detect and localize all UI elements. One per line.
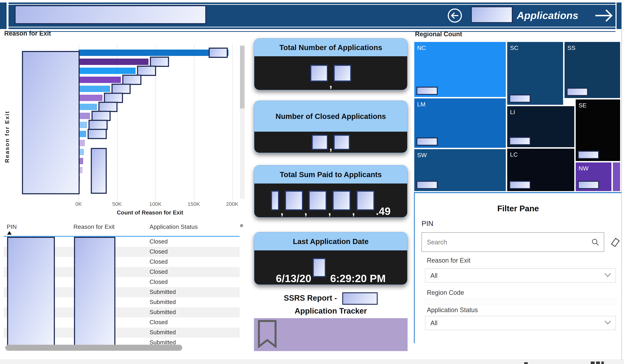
bar[interactable] — [78, 104, 97, 110]
ssrs-report-label-line1: SSRS Report - — [254, 292, 408, 305]
redacted-tile-value — [416, 87, 438, 95]
redacted-kpi-digits — [312, 135, 328, 150]
dropdown-value: All — [430, 272, 438, 279]
kpi-card: Total Number of Applications, — [254, 38, 408, 90]
redacted-header-box — [471, 6, 513, 23]
bar[interactable] — [78, 50, 229, 56]
application-status-cell: Submitted — [150, 289, 176, 295]
kpi-text-segment: 6:29:20 PM — [327, 272, 386, 285]
treemap-tile-LC[interactable]: LC — [507, 149, 574, 191]
filter-region-label: Region Code — [427, 289, 464, 296]
treemap-tile-NC[interactable]: NC — [414, 42, 506, 97]
application-status-cell: Submitted — [150, 329, 176, 336]
bar[interactable] — [78, 122, 87, 128]
kpi-text-segment: , — [281, 205, 284, 217]
bar[interactable] — [78, 113, 90, 119]
treemap-tile-SS[interactable]: SS — [565, 42, 620, 98]
header-navy-underline — [8, 31, 616, 32]
bar[interactable] — [78, 59, 149, 65]
treemap-tile-LM[interactable]: LM — [414, 98, 506, 148]
search-input[interactable] — [426, 233, 583, 252]
kpi-value: ,,,,.49 — [254, 183, 407, 217]
application-status-dropdown[interactable]: All — [425, 316, 616, 330]
treemap-tile-SC[interactable]: SC — [507, 42, 563, 105]
kpi-title: Last Application Date — [254, 232, 407, 250]
region-code-dropdown[interactable] — [425, 299, 616, 305]
cropped-glyph — [601, 362, 604, 364]
filter-pane: Filter Pane PIN Reason for Exit All Regi… — [414, 192, 622, 343]
redacted-tile-value — [578, 151, 599, 159]
chart-scrollbar-thumb[interactable] — [240, 46, 245, 108]
table-header-reason[interactable]: Reason for Exit — [74, 223, 114, 230]
bookmark-button[interactable] — [254, 318, 408, 351]
table-header-status[interactable]: Application Status — [150, 223, 198, 230]
pin-search-box[interactable] — [421, 232, 604, 252]
redacted-pin-column — [7, 237, 55, 346]
back-button[interactable] — [447, 8, 462, 23]
reason-for-exit-dropdown[interactable]: All — [425, 268, 616, 283]
table-header-pin[interactable]: PIN — [7, 223, 17, 230]
bar[interactable] — [78, 77, 121, 83]
kpi-text-segment: , — [329, 78, 332, 90]
redacted-value-label — [137, 66, 156, 76]
redacted-value-label — [88, 129, 107, 139]
chart-vertical-scrollbar[interactable] — [240, 45, 245, 199]
redacted-kpi-digits — [309, 191, 327, 210]
treemap-tile-label: SC — [510, 44, 518, 51]
bottom-status-strip — [0, 360, 624, 364]
kpi-text-segment: , — [328, 205, 331, 217]
filter-pin-label: PIN — [421, 220, 433, 228]
treemap-tile-sliver[interactable] — [613, 162, 620, 191]
ssrs-prefix: SSRS Report - — [284, 294, 337, 302]
arrow-right-icon — [595, 8, 613, 23]
redacted-header-logo — [15, 5, 206, 24]
treemap-tile-NW[interactable]: NW — [576, 162, 611, 191]
page-right-border — [621, 29, 622, 360]
treemap-tile-label: NC — [417, 44, 426, 51]
kpi-title: Total Sum Paid to Applicants — [254, 165, 407, 183]
bar[interactable] — [78, 68, 135, 74]
forward-button[interactable] — [595, 8, 613, 23]
redacted-tile-value — [416, 181, 438, 189]
redacted-kpi-digits — [334, 135, 350, 150]
treemap-tile-label: LI — [510, 109, 515, 116]
treemap-tile-LI[interactable]: LI — [507, 106, 574, 147]
treemap-tile-SW[interactable]: SW — [414, 149, 506, 191]
kpi-card: Total Sum Paid to Applicants,,,,.49 — [254, 165, 408, 218]
bar[interactable] — [78, 95, 103, 101]
redacted-tile-value — [416, 137, 438, 146]
application-status-cell: Closed — [150, 258, 168, 265]
kpi-text-segment: 6/13/20 — [276, 272, 311, 285]
kpi-card: Last Application Date6/13/20 6:29:20 PM — [254, 232, 408, 285]
page-title: Applications — [517, 10, 578, 21]
table-horizontal-scrollbar[interactable] — [5, 345, 182, 351]
bar[interactable] — [78, 131, 86, 137]
redacted-value-label — [88, 120, 108, 130]
treemap-tile-label: LC — [510, 151, 518, 158]
cropped-glyph — [524, 362, 528, 364]
treemap-tile-SE[interactable]: SE — [576, 100, 620, 161]
treemap-tile-label: LM — [417, 101, 425, 108]
redacted-value-label — [104, 93, 123, 103]
chart-y-axis-title: Reason for Exit — [4, 111, 10, 163]
kpi-text-segment: .49 — [376, 205, 390, 217]
magnifier-icon — [591, 238, 599, 246]
application-status-cell: Submitted — [150, 309, 176, 315]
kpi-card: Number of Closed Applications, — [254, 101, 408, 153]
header-left-strip — [0, 2, 6, 29]
redacted-kpi-digits — [310, 65, 328, 81]
application-status-cell: Closed — [150, 319, 168, 326]
application-status-cell: Closed — [150, 279, 168, 285]
treemap-tile-label: SW — [417, 152, 427, 158]
x-tick-label: 100K — [149, 201, 162, 207]
powerbi-dashboard: Applications Reason for Exit Reason for … — [0, 0, 624, 364]
application-status-cell: Submitted — [150, 299, 176, 305]
redacted-value-label — [91, 111, 111, 121]
bar[interactable] — [78, 86, 110, 92]
filter-pane-title: Filter Pane — [415, 204, 622, 213]
redacted-tile-value — [578, 181, 599, 189]
eraser-icon[interactable] — [609, 237, 620, 247]
redacted-kpi-digits — [334, 65, 351, 81]
chart-x-axis-title: Count of Reason for Exit — [117, 209, 183, 216]
treemap-tile-label: NW — [578, 165, 589, 172]
